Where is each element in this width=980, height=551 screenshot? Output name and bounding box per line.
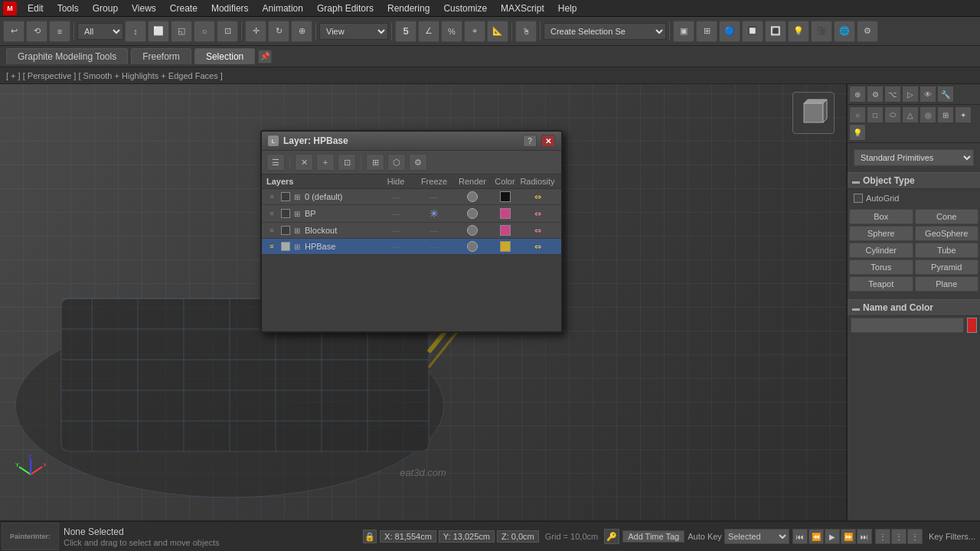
layer-move-btn[interactable]: ⊡ <box>338 154 356 171</box>
viewport-gizmo[interactable] <box>792 92 838 138</box>
app-icon[interactable]: M <box>3 2 17 15</box>
layer-highlight-btn[interactable]: ⬡ <box>387 154 406 171</box>
btn-tube[interactable]: Tube <box>915 243 979 258</box>
layer-radiosity-cell[interactable]: ⇔ <box>518 226 557 236</box>
layer-settings-btn[interactable]: ⚙ <box>409 154 427 171</box>
rp-icon-sphere[interactable]: ○ <box>849 106 866 123</box>
menu-views[interactable]: Views <box>126 2 162 15</box>
toolbar-render-btn9[interactable]: ⚙ <box>857 21 878 42</box>
viewport[interactable]: X Y Z eat3d.com L Layer: HPBase ? ✕ ☰ ✕ <box>0 84 846 520</box>
layer-row[interactable]: ≡ ⊞ Blockout — — ⇔ <box>262 223 561 239</box>
layer-radiosity-cell[interactable]: ⇔ <box>518 242 557 252</box>
toolbar-region-btn[interactable]: ⬜ <box>148 21 169 42</box>
play-end-btn[interactable]: ⏭ <box>857 529 872 544</box>
color-swatch[interactable] <box>967 318 977 333</box>
toolbar-pct-btn[interactable]: % <box>441 21 462 42</box>
rp-icon-utilities[interactable]: 🔧 <box>937 86 954 103</box>
toolbar-num-btn[interactable]: 5 <box>395 21 416 42</box>
layer-color-cell[interactable] <box>492 191 518 202</box>
layer-name-label[interactable]: HPBase <box>305 242 377 251</box>
btn-cylinder[interactable]: Cylinder <box>849 243 913 258</box>
toolbar-snap-btn[interactable]: 📐 <box>487 21 508 42</box>
mode-pin[interactable]: 📌 <box>258 50 272 64</box>
layer-color-cell[interactable] <box>492 208 518 219</box>
play-prev-btn[interactable]: ⏪ <box>808 529 824 544</box>
add-time-tag-btn[interactable]: Add Time Tag <box>622 530 684 543</box>
key-icon[interactable]: 🔑 <box>604 529 619 544</box>
menu-graph-editors[interactable]: Graph Editors <box>311 2 380 15</box>
btn-teapot[interactable]: Teapot <box>849 276 913 292</box>
select-all-dropdown[interactable]: All <box>77 23 123 40</box>
layer-render-cell[interactable] <box>453 191 492 202</box>
layer-visible-check[interactable] <box>281 226 290 235</box>
toolbar-render-btn3[interactable]: 🔵 <box>719 21 740 42</box>
menu-create[interactable]: Create <box>164 2 204 15</box>
layer-visible-check[interactable] <box>281 242 290 251</box>
menu-group[interactable]: Group <box>87 2 124 15</box>
toolbar-render-btn8[interactable]: 🌐 <box>834 21 855 42</box>
menu-animation[interactable]: Animation <box>256 2 309 15</box>
toolbar-move-btn[interactable]: ✛ <box>245 21 266 42</box>
btn-cone[interactable]: Cone <box>915 209 979 224</box>
layer-row[interactable]: ≡ ⊞ BP — ✳ ⇔ <box>262 205 561 223</box>
autogrid-checkbox[interactable] <box>854 194 863 203</box>
toolbar-render-btn5[interactable]: 🔳 <box>765 21 786 42</box>
layer-delete-btn[interactable]: ✕ <box>295 154 313 171</box>
key-filters-label[interactable]: Key Filters... <box>926 532 978 541</box>
layer-freeze-cell[interactable]: — <box>415 242 453 251</box>
rp-icon-create[interactable]: ⊕ <box>849 86 866 103</box>
layer-hide-cell[interactable]: — <box>377 226 415 235</box>
toolbar-abs-btn[interactable]: ⌖ <box>464 21 485 42</box>
btn-torus[interactable]: Torus <box>849 259 913 275</box>
standard-primitives-dropdown[interactable]: Standard Primitives <box>854 149 974 166</box>
rp-icon-box[interactable]: □ <box>867 106 884 123</box>
play-start-btn[interactable]: ⏮ <box>792 529 808 544</box>
layer-freeze-cell[interactable]: — <box>415 192 453 201</box>
layer-color-cell[interactable] <box>492 225 518 236</box>
toolbar-render-btn2[interactable]: ⊞ <box>696 21 717 42</box>
toolbar-btn-2[interactable]: ⟲ <box>26 21 47 42</box>
menu-edit[interactable]: Edit <box>21 2 50 15</box>
tab-selection[interactable]: Selection <box>194 48 255 64</box>
dialog-close-button[interactable]: ✕ <box>541 135 555 147</box>
rp-icon-lights[interactable]: 💡 <box>849 124 866 141</box>
lock-icon[interactable]: 🔒 <box>363 530 377 543</box>
layer-name-label[interactable]: BP <box>305 209 377 218</box>
layer-add-btn[interactable]: + <box>316 154 335 171</box>
layer-render-cell[interactable] <box>453 225 492 236</box>
layer-visible-check[interactable] <box>281 192 290 201</box>
key-frame-btn2[interactable]: ⋮ <box>891 529 906 544</box>
key-frame-btn3[interactable]: ⋮ <box>907 529 923 544</box>
rp-icon-grid[interactable]: ⊞ <box>937 106 954 123</box>
rp-icon-motion[interactable]: ▷ <box>902 86 919 103</box>
layer-freeze-cell[interactable]: — <box>415 226 453 235</box>
toolbar-select-btn[interactable]: ↕ <box>125 21 146 42</box>
toolbar-cursor-btn[interactable]: 🖱 <box>515 21 537 42</box>
object-type-section-header[interactable]: ▬ Object Type <box>848 172 980 189</box>
btn-plane[interactable]: Plane <box>915 276 979 292</box>
layer-hide-cell[interactable]: — <box>377 209 415 218</box>
tab-graphite[interactable]: Graphite Modeling Tools <box>6 48 128 64</box>
autokey-dropdown[interactable]: Selected <box>724 529 789 544</box>
toolbar-rotate-btn[interactable]: ↻ <box>268 21 289 42</box>
layer-row[interactable]: ≡ ⊞ 0 (default) — — ⇔ <box>262 189 561 205</box>
rp-icon-shapes[interactable]: ✦ <box>955 106 972 123</box>
menu-modifiers[interactable]: Modifiers <box>205 2 255 15</box>
btn-pyramid[interactable]: Pyramid <box>915 259 979 275</box>
rp-icon-hierarchy[interactable]: ⌥ <box>884 86 901 103</box>
rp-icon-cone[interactable]: △ <box>902 106 919 123</box>
menu-help[interactable]: Help <box>552 2 583 15</box>
layer-name-label[interactable]: Blockout <box>305 226 377 235</box>
name-color-section-header[interactable]: ▬ Name and Color <box>848 299 980 316</box>
create-selection-dropdown[interactable]: Create Selection Se <box>544 23 666 40</box>
toolbar-paint-btn[interactable]: ⊡ <box>217 21 238 42</box>
layer-color-cell[interactable] <box>492 241 518 252</box>
menu-tools[interactable]: Tools <box>51 2 85 15</box>
play-next-btn[interactable]: ⏩ <box>841 529 856 544</box>
layer-radiosity-cell[interactable]: ⇔ <box>518 192 557 202</box>
toolbar-fence-btn[interactable]: ◱ <box>171 21 192 42</box>
dialog-help-button[interactable]: ? <box>523 135 537 147</box>
menu-customize[interactable]: Customize <box>437 2 493 15</box>
btn-sphere[interactable]: Sphere <box>849 226 913 241</box>
object-name-input[interactable] <box>851 318 964 333</box>
